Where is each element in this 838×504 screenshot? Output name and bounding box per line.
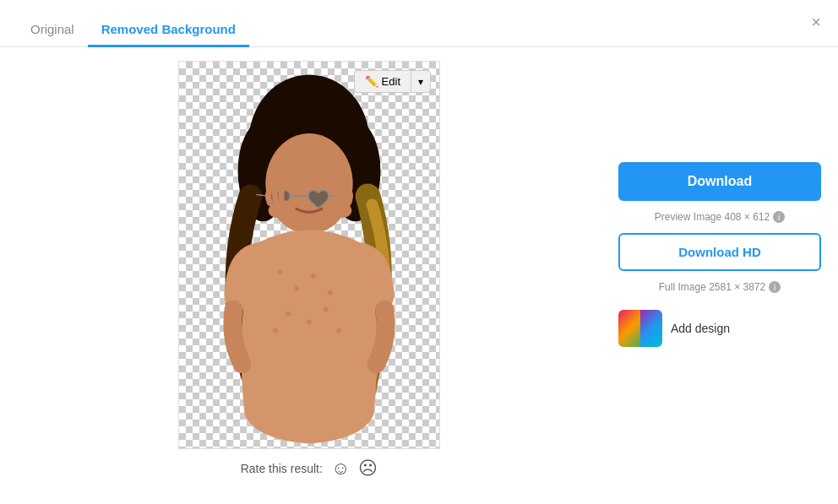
preview-info-icon[interactable]: i (773, 211, 785, 223)
image-container: ✏️ Edit ▾ (178, 61, 440, 449)
edit-toolbar: ✏️ Edit ▾ (354, 70, 431, 93)
rating-label: Rate this result: (241, 462, 323, 475)
download-button[interactable]: Download (618, 162, 821, 201)
image-area: ✏️ Edit ▾ (17, 61, 601, 494)
tab-removed-background[interactable]: Removed Background (88, 14, 249, 47)
svg-point-17 (273, 328, 278, 333)
add-design-area[interactable]: Add design (618, 310, 821, 347)
svg-point-13 (328, 290, 333, 295)
add-design-label: Add design (671, 322, 730, 335)
tab-bar: Original Removed Background × (0, 0, 838, 47)
svg-point-3 (265, 133, 352, 234)
happy-face-icon[interactable]: ☺ (331, 458, 350, 480)
tab-original[interactable]: Original (17, 14, 88, 47)
full-info: Full Image 2581 × 3872 i (618, 281, 821, 293)
svg-point-11 (294, 286, 299, 291)
edit-dropdown-button[interactable]: ▾ (411, 70, 431, 93)
result-image (179, 62, 439, 448)
pencil-icon: ✏️ (365, 75, 378, 88)
preview-info: Preview Image 408 × 612 i (618, 211, 821, 223)
edit-button[interactable]: ✏️ Edit (354, 70, 411, 93)
person-svg (179, 62, 439, 448)
rating-area: Rate this result: ☺ ☹ (241, 458, 378, 480)
preview-info-text: Preview Image 408 × 612 (655, 211, 770, 223)
design-thumb-right (640, 310, 662, 347)
download-hd-button[interactable]: Download HD (618, 233, 821, 271)
svg-point-16 (324, 307, 329, 312)
right-panel: Download Preview Image 408 × 612 i Downl… (618, 61, 821, 494)
full-info-icon[interactable]: i (769, 281, 781, 293)
svg-point-12 (311, 274, 316, 279)
svg-point-15 (307, 320, 312, 325)
design-thumb-left (618, 310, 640, 347)
chevron-down-icon: ▾ (418, 76, 423, 88)
svg-point-10 (277, 269, 282, 274)
main-content: ✏️ Edit ▾ (0, 47, 838, 504)
svg-point-18 (336, 328, 341, 333)
close-button[interactable]: × (811, 14, 821, 30)
svg-point-14 (286, 312, 291, 317)
full-info-text: Full Image 2581 × 3872 (659, 281, 765, 293)
sad-face-icon[interactable]: ☹ (358, 458, 378, 480)
edit-label: Edit (382, 75, 400, 88)
design-thumbnail (618, 310, 662, 347)
